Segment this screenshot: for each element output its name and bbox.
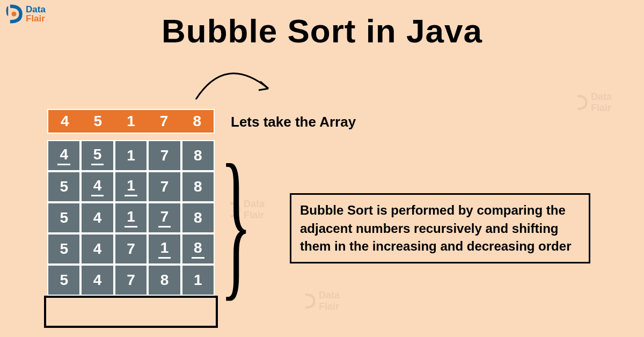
step-cell: 8	[181, 202, 215, 233]
step-cell: 4	[80, 233, 114, 265]
watermark: DataFlair	[301, 290, 340, 312]
arrow-icon	[193, 59, 284, 113]
logo: Data Flair	[4, 4, 46, 24]
final-row-highlight	[44, 296, 218, 328]
step-cell: 5	[47, 171, 80, 202]
initial-cell: 7	[148, 110, 181, 133]
initial-cell: 5	[82, 110, 115, 133]
description-box: Bubble Sort is performed by comparing th…	[290, 193, 590, 263]
step-cell: 8	[181, 233, 215, 265]
watermark: DataFlair	[225, 199, 265, 221]
step-row: 54718	[47, 233, 215, 265]
step-row: 54178	[47, 202, 215, 233]
sort-steps-grid: 4517854178541785471854781	[47, 140, 215, 296]
step-cell: 8	[181, 171, 215, 202]
step-cell: 1	[114, 140, 148, 171]
step-cell: 7	[148, 171, 181, 202]
initial-cell: 1	[114, 110, 148, 133]
brace-icon: }	[220, 140, 252, 306]
step-cell: 7	[148, 202, 181, 233]
step-row: 54781	[47, 265, 215, 296]
step-cell: 1	[114, 171, 148, 202]
logo-text: Data Flair	[26, 5, 46, 23]
step-cell: 7	[114, 265, 148, 296]
step-row: 54178	[47, 171, 215, 202]
step-cell: 8	[181, 140, 215, 171]
step-cell: 5	[47, 202, 80, 233]
step-cell: 1	[148, 233, 181, 265]
step-cell: 4	[80, 265, 114, 296]
step-cell: 5	[47, 233, 80, 265]
step-row: 45178	[47, 140, 215, 171]
step-cell: 1	[181, 265, 215, 296]
step-cell: 1	[114, 202, 148, 233]
step-cell: 4	[80, 171, 114, 202]
initial-cell: 8	[180, 110, 214, 133]
logo-icon	[4, 4, 24, 24]
step-cell: 8	[148, 265, 181, 296]
step-cell: 4	[47, 140, 80, 171]
page-title: Bubble Sort in Java	[162, 12, 482, 50]
svg-point-0	[12, 12, 17, 17]
watermark: DataFlair	[573, 91, 612, 114]
step-cell: 7	[114, 233, 148, 265]
array-label: Lets take the Array	[231, 114, 356, 130]
step-cell: 4	[80, 202, 114, 233]
step-cell: 5	[47, 265, 80, 296]
initial-array-row: 4 5 1 7 8	[47, 109, 215, 134]
initial-cell: 4	[48, 110, 82, 133]
step-cell: 7	[148, 140, 181, 171]
step-cell: 5	[80, 140, 114, 171]
